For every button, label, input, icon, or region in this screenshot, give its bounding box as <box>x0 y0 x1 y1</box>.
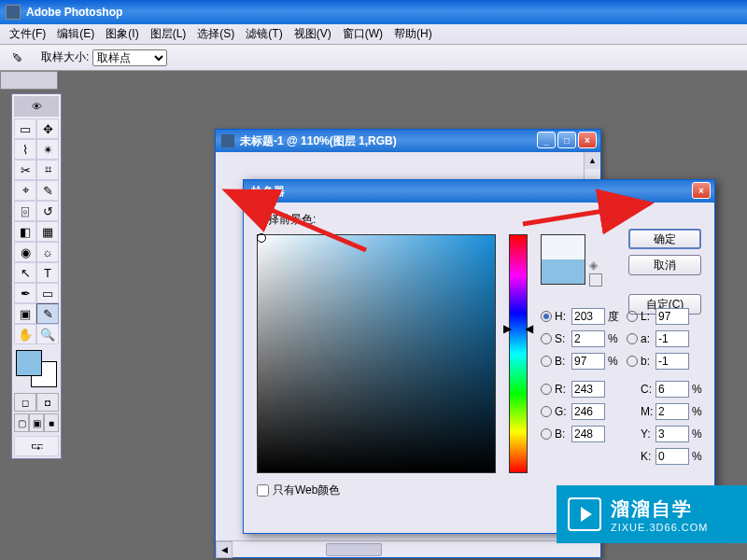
input-a[interactable] <box>655 330 689 347</box>
tool-hand[interactable]: ✋ <box>14 324 36 344</box>
menu-window[interactable]: 窗口(W) <box>337 26 388 42</box>
tool-type[interactable]: T <box>36 262 59 283</box>
sample-size-select[interactable]: 取样点 <box>92 49 167 66</box>
ruler-corner <box>0 71 58 90</box>
input-r[interactable] <box>571 381 605 398</box>
preview-new-color[interactable] <box>542 235 585 259</box>
input-y[interactable] <box>655 426 689 442</box>
preview-old-color[interactable] <box>542 259 585 284</box>
menu-view[interactable]: 视图(V) <box>289 26 337 42</box>
tool-eraser[interactable]: ◧ <box>14 221 36 242</box>
tool-gradient[interactable]: ▦ <box>36 221 59 242</box>
radio-s[interactable] <box>541 333 552 344</box>
sample-size-label: 取样大小: <box>41 49 89 65</box>
label-a: a: <box>641 332 655 345</box>
label-lb: b: <box>641 355 655 368</box>
picker-titlebar[interactable]: 拾色器 × <box>244 180 714 203</box>
menu-layer[interactable]: 图层(L) <box>145 26 192 42</box>
color-swatches[interactable] <box>14 348 59 389</box>
tool-blur[interactable]: ◉ <box>14 242 36 262</box>
ok-button[interactable]: 确定 <box>628 229 701 249</box>
label-b: B: <box>555 355 571 368</box>
radio-bv[interactable] <box>541 428 552 440</box>
cancel-button[interactable]: 取消 <box>628 255 701 275</box>
tools-header[interactable] <box>14 96 59 117</box>
screen-full-menu[interactable]: ▣ <box>29 413 44 432</box>
quickmask-mode[interactable]: ◘ <box>36 393 59 412</box>
web-only-row: 只有Web颜色 <box>257 483 340 498</box>
radio-a[interactable] <box>627 333 638 344</box>
radio-g[interactable] <box>541 406 552 417</box>
scroll-left-button[interactable]: ◀ <box>216 541 233 558</box>
tools-panel: ▭✥ ⌇✴ ✂⌗ ⌖✎ ⌻↺ ◧▦ ◉☼ ↖T ✒▭ ▣✎ ✋🔍 ◻◘ ▢▣■ … <box>11 93 62 459</box>
tool-brush[interactable]: ✎ <box>36 180 59 201</box>
input-h[interactable] <box>571 308 605 325</box>
gamut-warning-icon[interactable]: ◈ <box>589 259 598 272</box>
doc-minimize-button[interactable]: _ <box>537 132 556 148</box>
menu-bar: 文件(F) 编辑(E) 图象(I) 图层(L) 选择(S) 滤镜(T) 视图(V… <box>0 24 747 45</box>
tool-slice[interactable]: ⌗ <box>36 160 59 180</box>
sv-cursor-icon <box>257 233 266 243</box>
radio-l[interactable] <box>627 311 638 322</box>
tool-path[interactable]: ↖ <box>14 262 36 283</box>
tool-stamp[interactable]: ⌻ <box>14 201 36 221</box>
saturation-value-field[interactable] <box>257 234 496 473</box>
doc-maximize-button[interactable]: □ <box>557 132 576 148</box>
menu-image[interactable]: 图象(I) <box>100 26 144 42</box>
radio-lb[interactable] <box>627 356 638 367</box>
input-bv[interactable] <box>571 426 605 442</box>
document-titlebar[interactable]: 未标题-1 @ 110%(图层 1,RGB) _ □ × <box>216 130 600 152</box>
menu-filter[interactable]: 滤镜(T) <box>240 26 288 42</box>
input-b[interactable] <box>571 353 605 370</box>
watermark-brand: 溜溜自学 <box>611 497 708 522</box>
tool-notes[interactable]: ▣ <box>14 303 36 324</box>
web-only-label: 只有Web颜色 <box>273 483 340 498</box>
screen-full[interactable]: ■ <box>44 413 59 432</box>
menu-help[interactable]: 帮助(H) <box>388 26 438 42</box>
picker-close-button[interactable]: × <box>692 182 711 199</box>
jump-to-imageready[interactable]: ⮓ <box>14 436 59 456</box>
label-h: H: <box>555 310 571 323</box>
standard-mode[interactable]: ◻ <box>14 393 36 412</box>
tool-dodge[interactable]: ☼ <box>36 242 59 262</box>
input-m[interactable] <box>655 403 689 420</box>
input-c[interactable] <box>655 381 689 398</box>
tool-zoom[interactable]: 🔍 <box>36 324 59 344</box>
document-icon <box>221 134 234 147</box>
menu-select[interactable]: 选择(S) <box>191 26 240 42</box>
unit-c: % <box>692 383 709 396</box>
input-l[interactable] <box>655 308 689 325</box>
foreground-color-swatch[interactable] <box>16 350 42 376</box>
screen-standard[interactable]: ▢ <box>14 413 29 432</box>
input-k[interactable] <box>655 448 689 465</box>
input-s[interactable] <box>571 330 605 347</box>
tool-crop[interactable]: ✂ <box>14 160 36 180</box>
radio-r[interactable] <box>541 384 552 395</box>
tool-eyedropper[interactable]: ✎ <box>36 303 59 324</box>
tool-wand[interactable]: ✴ <box>36 139 59 160</box>
doc-close-button[interactable]: × <box>578 132 597 148</box>
websafe-warning-icon[interactable] <box>589 273 602 287</box>
tool-marquee[interactable]: ▭ <box>14 119 36 139</box>
radio-b[interactable] <box>541 356 552 367</box>
hue-slider-thumb[interactable]: ▶◀ <box>503 322 533 335</box>
tool-history[interactable]: ↺ <box>36 201 59 221</box>
tool-move[interactable]: ✥ <box>36 119 59 139</box>
doc-horizontal-scrollbar[interactable]: ◀ <box>216 540 600 557</box>
color-picker-dialog: 拾色器 × 选择前景色: ▶◀ ◈ 确定 取消 自定(C) H:度 S:% B:… <box>243 179 715 534</box>
tool-heal[interactable]: ⌖ <box>14 180 36 201</box>
radio-h[interactable] <box>541 311 552 322</box>
scroll-thumb[interactable] <box>326 543 382 556</box>
menu-edit[interactable]: 编辑(E) <box>51 26 100 42</box>
input-g[interactable] <box>571 403 605 420</box>
unit-y: % <box>692 427 709 441</box>
web-only-checkbox[interactable] <box>257 484 269 497</box>
menu-file[interactable]: 文件(F) <box>4 26 51 42</box>
input-lb[interactable] <box>655 353 689 370</box>
label-l: L: <box>641 310 655 323</box>
tool-lasso[interactable]: ⌇ <box>14 139 36 160</box>
tool-pen[interactable]: ✒ <box>14 283 36 303</box>
color-fields: H:度 S:% B:% R: G: B: L: a: b: C:% M:% Y:… <box>541 305 705 445</box>
hue-slider[interactable] <box>509 234 528 473</box>
tool-shape[interactable]: ▭ <box>36 283 59 303</box>
